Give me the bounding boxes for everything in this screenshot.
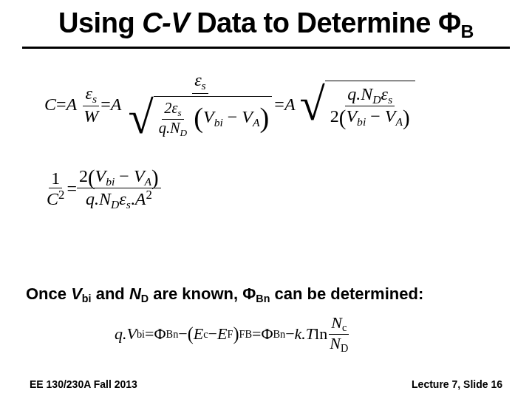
- equation-1: C = A εs W = A εs √ 2εs: [44, 70, 415, 139]
- eq1-f1n: ε: [85, 83, 92, 103]
- footer: EE 130/230A Fall 2013 Lecture 7, Slide 1…: [30, 378, 502, 390]
- eq2-rnv1: V: [95, 166, 106, 185]
- eq3-p2s: Bn: [273, 328, 285, 341]
- eq2-rhs: 2(Vbi − VA) q.NDεs.A2: [77, 166, 161, 211]
- eq1-eq2: =: [100, 95, 111, 115]
- title-cv: C-V: [142, 7, 189, 38]
- footer-left: EE 130/230A Fall 2013: [30, 378, 137, 390]
- eq1-frac1: εs W: [81, 83, 100, 125]
- eq2-eq: =: [66, 179, 77, 199]
- eq1-rds2: A: [395, 115, 403, 128]
- eq1-rds1: bi: [357, 115, 366, 128]
- eq2-rnv2: V: [134, 166, 145, 185]
- eq2-rdsu: 2: [146, 188, 151, 202]
- eq1-rd2: 2: [330, 106, 339, 126]
- slide-title: Using C-V Data to Determine ΦB: [22, 0, 510, 42]
- eq2-ln: 1: [49, 168, 62, 188]
- eq1-a1: A: [66, 95, 78, 115]
- stmt-n: N: [129, 284, 141, 303]
- eq3-fns: c: [342, 321, 347, 333]
- equation-2: 1 C2 = 2(Vbi − VA) q.NDεs.A2: [44, 166, 161, 211]
- eq3-fn: N: [331, 313, 342, 332]
- eq3-pe: E: [194, 324, 203, 344]
- eq3-p1s: Bn: [166, 328, 179, 341]
- eq1-pv1: V: [203, 108, 214, 127]
- eq3-pm: −: [208, 324, 217, 344]
- eq3-fd: N: [330, 334, 341, 352]
- eq1-f2n: ε: [194, 70, 201, 89]
- eq1-rn1: q.N: [347, 84, 372, 103]
- eq3-frac: Nc ND: [327, 314, 350, 354]
- eq1-sid: q.N: [159, 120, 180, 136]
- eq3-pefs: F: [227, 328, 233, 341]
- eq1-eq1: =: [56, 95, 66, 115]
- eq1-pv2: V: [242, 108, 253, 127]
- eq1-f1ns: s: [92, 92, 97, 105]
- eq1-rdv2: V: [385, 106, 396, 126]
- eq1-sin: 2ε: [164, 100, 177, 116]
- eq1-ps1: bi: [214, 116, 223, 129]
- eq3-fds: D: [341, 342, 348, 354]
- eq1-sids: D: [180, 126, 188, 137]
- eq3-kt: k.T: [295, 324, 316, 344]
- eq1-a3: A: [284, 95, 296, 115]
- eq1-frac2: εs √ 2εs q.ND (Vbi − VA): [126, 70, 274, 139]
- eq1-a2: A: [111, 95, 122, 115]
- eq2-rdp: q.N: [86, 190, 111, 209]
- eq3-e2: =: [252, 324, 261, 344]
- eq2-lhs: 1 C2: [44, 168, 66, 208]
- eq1-eq3: =: [274, 95, 284, 115]
- stmt-and: and: [92, 284, 129, 303]
- statement: Once Vbi and ND are known, ΦBn can be de…: [26, 284, 423, 304]
- stmt-vs: bi: [82, 293, 92, 304]
- eq2-rnm: −: [115, 166, 134, 185]
- eq1-f2ns: s: [202, 79, 206, 92]
- eq2-rde: ε: [119, 190, 126, 209]
- eq3-fb: FB: [239, 328, 252, 341]
- stmt-ns: D: [141, 293, 149, 304]
- eq3-qv: q.V: [115, 324, 137, 344]
- eq1-sins: s: [177, 107, 181, 118]
- eq1-rne: ε: [381, 84, 388, 103]
- eq2-rns2: A: [145, 175, 152, 188]
- stmt-v: V: [71, 284, 82, 303]
- stmt-mid: are known, Φ: [149, 284, 256, 303]
- title-rule: [22, 47, 510, 49]
- eq1-ps2: A: [253, 116, 260, 129]
- eq3-m2: −: [285, 324, 294, 344]
- title-pre: Using: [58, 7, 142, 38]
- eq1-sqrt-right: √ q.NDεs 2(Vbi − VA): [300, 81, 415, 129]
- stmt-pre: Once: [26, 284, 71, 303]
- eq2-ld: C: [47, 190, 58, 209]
- eq3-pef: E: [217, 324, 227, 344]
- eq3-ln: ln: [315, 324, 327, 344]
- eq1-rns1: D: [372, 93, 381, 106]
- slide: Using C-V Data to Determine ΦB C = A εs …: [0, 0, 532, 399]
- eq1-rns2: s: [388, 93, 392, 106]
- eq2-ls: 2: [58, 188, 64, 202]
- equation-3: q.Vbi = ΦBn − (Ec − EF)FB = ΦBn − k.T ln…: [115, 314, 350, 354]
- eq3-p2: Φ: [261, 324, 273, 344]
- eq2-rda: A: [135, 190, 146, 209]
- footer-right: Lecture 7, Slide 16: [412, 378, 502, 390]
- eq1-rm: −: [366, 106, 385, 126]
- eq3-p1: Φ: [154, 324, 166, 344]
- eq1-pm: −: [223, 108, 242, 127]
- eq2-rns1: bi: [106, 175, 115, 188]
- eq1-f1d: W: [81, 106, 100, 126]
- title-sub: B: [461, 21, 474, 41]
- eq3-e1: =: [145, 324, 154, 344]
- title-post: Data to Determine Φ: [189, 7, 461, 38]
- eq3-m1: −: [178, 324, 187, 344]
- stmt-ps: Bn: [256, 293, 270, 304]
- eq2-rn2: 2: [79, 166, 88, 185]
- eq1-rdv1: V: [346, 106, 357, 126]
- eq3-qvs: bi: [137, 328, 145, 341]
- eq2-rds1: D: [111, 198, 119, 211]
- eq1-c: C: [44, 95, 56, 115]
- stmt-post: can be determined:: [270, 284, 423, 303]
